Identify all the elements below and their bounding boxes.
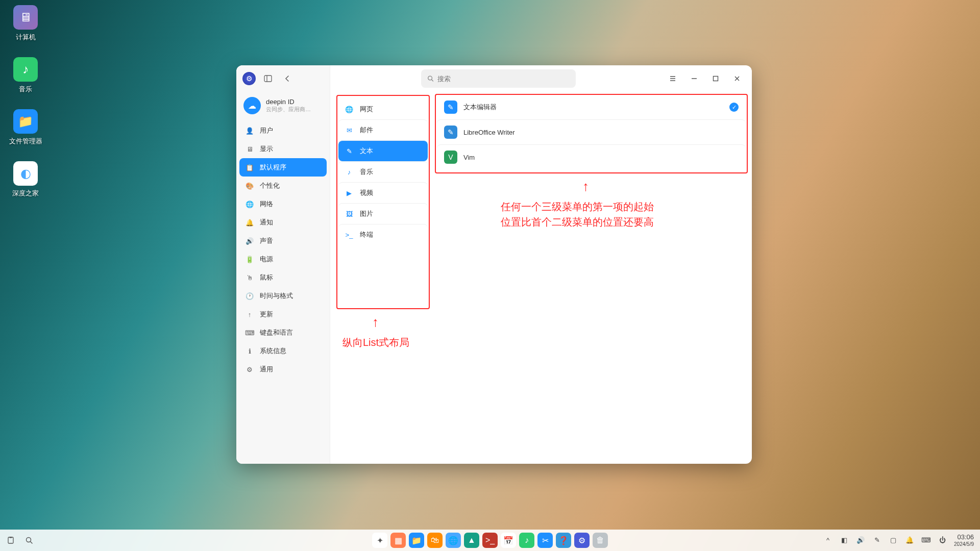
svg-rect-11 — [8, 537, 13, 543]
dock-store[interactable]: 🛍 — [427, 533, 443, 548]
content-area: 🌐网页✉邮件✎文本♪音乐▶视频🖼图片>_终端 ↑ 纵向List式布局 ✎文本编辑… — [330, 92, 752, 464]
dock-help[interactable]: ❓ — [556, 533, 571, 548]
category-item-2[interactable]: ✎文本 — [338, 140, 428, 161]
minimize-button[interactable] — [685, 70, 703, 87]
tray-notify-button[interactable]: 🔔 — [905, 536, 914, 544]
dock-browser[interactable]: 🌐 — [446, 533, 461, 548]
desktop-icon-music[interactable]: ♪ 音乐 — [5, 57, 46, 94]
clock-time: 03:06 — [957, 534, 974, 541]
app-item-2[interactable]: VVim — [437, 144, 746, 169]
category-item-6[interactable]: >_终端 — [338, 224, 428, 245]
tray-expand-button[interactable]: ^ — [823, 536, 832, 544]
category-icon: >_ — [345, 230, 354, 239]
search-box[interactable] — [421, 69, 576, 88]
nav-icon: 🕐 — [244, 291, 255, 301]
dock-terminal[interactable]: >_ — [482, 533, 498, 548]
sidebar-item-5[interactable]: 🔔通知 — [239, 213, 327, 232]
back-button[interactable] — [280, 71, 295, 86]
dock-screenshot[interactable]: ✂ — [537, 533, 553, 548]
nav-label: 网络 — [260, 199, 273, 209]
sidebar-body: ☁ deepin ID 云同步、应用商… 👤用户🖥显示📋默认程序🎨个性化🌐网络🔔… — [236, 92, 330, 464]
dock: ✦▦📁🛍🌐▲>_📅♪✂❓⚙🗑 — [372, 533, 608, 548]
dock-music2[interactable]: ♪ — [519, 533, 534, 548]
category-icon: ✉ — [345, 126, 354, 135]
dock-launcher[interactable]: ✦ — [372, 533, 387, 548]
app-item-0[interactable]: ✎文本编辑器✓ — [437, 95, 746, 119]
svg-line-3 — [431, 80, 433, 81]
app-label: LibreOffice Writer — [463, 129, 515, 136]
category-label: 网页 — [360, 105, 373, 114]
category-item-0[interactable]: 🌐网页 — [338, 99, 428, 119]
tray-desktop-button[interactable]: ◧ — [840, 536, 849, 544]
category-icon: ✎ — [345, 146, 354, 156]
maximize-icon — [712, 74, 720, 83]
home-icon: ◐ — [13, 161, 38, 186]
tray-input-button[interactable]: ✎ — [872, 536, 881, 544]
music-icon: ♪ — [13, 57, 38, 82]
clock[interactable]: 03:06 2024/5/9 — [954, 534, 974, 546]
account-row[interactable]: ☁ deepin ID 云同步、应用商… — [239, 92, 327, 121]
system-tray: ^ ◧ 🔊 ✎ ▢ 🔔 ⌨ ⏻ 03:06 2024/5/9 — [823, 534, 974, 546]
hamburger-icon — [669, 74, 677, 83]
nav-icon: ↑ — [244, 309, 255, 319]
category-icon: 🖼 — [345, 209, 354, 218]
category-item-5[interactable]: 🖼图片 — [338, 203, 428, 224]
sidebar-item-7[interactable]: 🔋电源 — [239, 250, 327, 268]
sidebar-item-11[interactable]: ⌨键盘和语言 — [239, 323, 327, 342]
folder-icon: 📁 — [13, 109, 38, 134]
sidebar-item-13[interactable]: ⚙通用 — [239, 360, 327, 379]
annotation-text-col2: 纵向List式布局 — [342, 335, 409, 350]
nav-icon: 🖱 — [244, 272, 255, 283]
titlebar — [330, 65, 752, 92]
nav-label: 通用 — [260, 365, 273, 374]
close-icon — [733, 74, 741, 83]
dock-music[interactable]: ▲ — [464, 533, 479, 548]
desktop-icon-filemanager[interactable]: 📁 文件管理器 — [5, 109, 46, 146]
sidebar-header: ⚙ — [236, 65, 330, 92]
search-input[interactable] — [437, 75, 569, 83]
category-item-1[interactable]: ✉邮件 — [338, 119, 428, 140]
sidebar-item-6[interactable]: 🔊声音 — [239, 232, 327, 250]
dock-settings[interactable]: ⚙ — [574, 533, 590, 548]
sidebar-item-4[interactable]: 🌐网络 — [239, 195, 327, 213]
category-label: 文本 — [360, 146, 373, 156]
close-button[interactable] — [728, 70, 746, 87]
check-icon: ✓ — [729, 103, 739, 112]
maximize-button[interactable] — [707, 70, 724, 87]
sidebar-item-2[interactable]: 📋默认程序 — [239, 158, 327, 177]
app-item-1[interactable]: ✎LibreOffice Writer — [437, 119, 746, 144]
sidebar-item-3[interactable]: 🎨个性化 — [239, 177, 327, 195]
dock-multitask[interactable]: ▦ — [390, 533, 406, 548]
account-title: deepin ID — [266, 98, 311, 106]
app-icon: V — [444, 151, 457, 164]
tray-battery-button[interactable]: ▢ — [889, 536, 898, 544]
annotation-text-col3: 任何一个三级菜单的第一项的起始 位置比首个二级菜单的位置还要高 — [501, 199, 654, 230]
dock-trash[interactable]: 🗑 — [593, 533, 608, 548]
category-column: 🌐网页✉邮件✎文本♪音乐▶视频🖼图片>_终端 ↑ 纵向List式布局 — [336, 95, 430, 458]
sidebar-item-1[interactable]: 🖥显示 — [239, 140, 327, 158]
desktop-icon-computer[interactable]: 🖥 计算机 — [5, 5, 46, 42]
dock-calendar[interactable]: 📅 — [501, 533, 516, 548]
category-item-3[interactable]: ♪音乐 — [338, 161, 428, 182]
tray-volume-button[interactable]: 🔊 — [856, 536, 865, 544]
sidebar-item-12[interactable]: ℹ系统信息 — [239, 342, 327, 360]
clipboard-button[interactable] — [6, 536, 15, 544]
menu-button[interactable] — [664, 70, 681, 87]
sidebar-item-10[interactable]: ↑更新 — [239, 305, 327, 323]
search-button[interactable] — [24, 536, 34, 544]
category-label: 邮件 — [360, 126, 373, 135]
nav-icon: 🔊 — [244, 236, 255, 246]
nav-icon: 🎨 — [244, 181, 255, 191]
app-column: ✎文本编辑器✓✎LibreOffice WriterVVim ↑ 任何一个三级菜… — [437, 95, 746, 458]
sidebar-toggle-button[interactable] — [261, 71, 275, 86]
dock-files[interactable]: 📁 — [409, 533, 424, 548]
tray-keyboard-button[interactable]: ⌨ — [921, 536, 930, 544]
sidebar-item-9[interactable]: 🕐时间与格式 — [239, 287, 327, 305]
svg-line-14 — [31, 542, 33, 544]
sidebar-item-0[interactable]: 👤用户 — [239, 121, 327, 140]
sidebar-item-8[interactable]: 🖱鼠标 — [239, 268, 327, 287]
tray-power-button[interactable]: ⏻ — [938, 536, 947, 544]
clock-date: 2024/5/9 — [954, 541, 974, 547]
category-item-4[interactable]: ▶视频 — [338, 182, 428, 203]
desktop-icon-deepinhome[interactable]: ◐ 深度之家 — [5, 161, 46, 198]
